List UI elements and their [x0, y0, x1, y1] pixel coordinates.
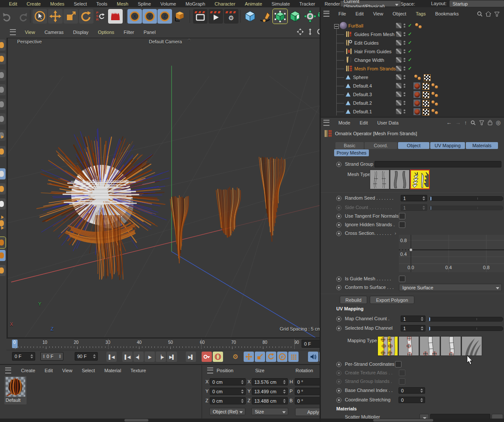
tree-row-sphere[interactable]: Sphere: [321, 73, 504, 82]
viewport-canvas[interactable]: [7, 38, 333, 338]
viewport-hamburger-icon[interactable]: [10, 29, 16, 35]
end-frame-field[interactable]: 90 F: [75, 352, 98, 361]
tab-basic[interactable]: Basic: [335, 142, 364, 149]
tag-dot-icon[interactable]: [432, 109, 435, 112]
am-target-icon[interactable]: ◎: [496, 119, 501, 126]
render-settings-button[interactable]: ⚙: [224, 9, 238, 24]
tree-label[interactable]: Mesh From Strands: [354, 66, 396, 71]
tab-proxy-meshes[interactable]: Proxy Meshes: [334, 149, 369, 156]
am-lock-icon[interactable]: [488, 120, 492, 125]
key-rotation-button[interactable]: [266, 352, 276, 362]
menu-simulate[interactable]: Simulate: [267, 1, 295, 6]
menu-animate[interactable]: Animate: [240, 1, 267, 6]
play-button[interactable]: ▶: [145, 352, 155, 362]
live-selection-tool[interactable]: [33, 9, 47, 24]
enabled-check-icon[interactable]: ✓: [408, 57, 412, 63]
goto-prev-key-button[interactable]: ▌◀: [122, 352, 133, 362]
sel-channel-slider[interactable]: [428, 326, 503, 331]
tree-label[interactable]: Guides From Mesh: [354, 32, 395, 37]
enabled-check-icon[interactable]: ✓: [408, 40, 412, 46]
keyframe-selection-button[interactable]: ⚙: [230, 352, 241, 362]
om-home-icon[interactable]: [486, 11, 491, 17]
size-y-field[interactable]: 13.499 cm: [252, 388, 288, 395]
tree-row-default3[interactable]: Default.3: [321, 90, 504, 99]
autokey-button[interactable]: [213, 352, 223, 362]
render-view-button[interactable]: [193, 9, 208, 24]
node-space-dropdown[interactable]: Current (Standard/Physical): [340, 0, 401, 7]
boole-generator-button[interactable]: [288, 9, 302, 24]
use-tangent-checkbox[interactable]: [399, 213, 405, 219]
om-menu-object[interactable]: Object: [388, 11, 411, 16]
psr-reset-tool[interactable]: PSR: [94, 9, 107, 24]
tag-dot-icon[interactable]: [414, 75, 417, 78]
vp-menu-display[interactable]: Display: [68, 30, 93, 35]
key-pla-button[interactable]: [288, 352, 299, 362]
tab-uv-mapping[interactable]: UV Mapping: [430, 142, 465, 149]
tree-label[interactable]: Sphere: [353, 75, 368, 80]
conform-dropdown[interactable]: Ignore Surface: [399, 284, 502, 291]
visibility-editor-toggle[interactable]: [396, 23, 401, 28]
per-strand-radio-icon[interactable]: [336, 362, 341, 367]
rebuild-button[interactable]: Rebuild: [340, 296, 367, 304]
preview-range-field[interactable]: ‖0 F‖: [40, 352, 63, 361]
enabled-check-icon[interactable]: ✓: [408, 66, 412, 71]
viewport-pan-icon[interactable]: [297, 28, 304, 35]
am-menu-mode[interactable]: Mode: [334, 120, 355, 125]
om-hamburger-icon[interactable]: [323, 11, 329, 17]
size-z-field[interactable]: 13.488 cm: [252, 397, 288, 404]
mm-menu-material[interactable]: Material: [100, 368, 126, 373]
tree-label[interactable]: Edit Guides: [354, 40, 379, 46]
coord-stretch-field[interactable]: 0: [398, 397, 425, 403]
rotate-tool[interactable]: [79, 9, 94, 24]
om-menu-edit[interactable]: Edit: [351, 11, 368, 16]
am-forward-icon[interactable]: →: [455, 119, 461, 126]
tag-dot-icon[interactable]: [435, 94, 438, 97]
panel-splitter[interactable]: [320, 7, 321, 422]
mm-menu-texture[interactable]: Texture: [126, 368, 151, 373]
pos-z-field[interactable]: 0 cm: [210, 397, 246, 404]
per-strand-checkbox[interactable]: [395, 361, 401, 367]
menu-create[interactable]: Create: [22, 1, 45, 6]
menu-edit[interactable]: Edit: [4, 1, 22, 6]
key-position-button[interactable]: [244, 352, 254, 362]
base-channel-radio-icon[interactable]: [336, 388, 341, 393]
om-search-icon[interactable]: [477, 11, 483, 17]
strand-group-radio-icon[interactable]: [336, 162, 341, 167]
om-menu-view[interactable]: View: [368, 11, 388, 16]
add-cube-primitive-button[interactable]: [243, 9, 257, 24]
tree-row-guides-from-mesh[interactable]: Guides From Mesh ✓: [321, 30, 504, 39]
pos-y-field[interactable]: 0 cm: [210, 388, 246, 395]
pen-spline-tool[interactable]: [258, 9, 272, 24]
mapping-type-thumb-3[interactable]: [419, 336, 440, 356]
tab-object[interactable]: Object: [398, 142, 429, 149]
map-count-radio-icon[interactable]: [336, 316, 341, 322]
am-up-icon[interactable]: ↑: [464, 119, 467, 126]
cross-section-radio-icon[interactable]: [336, 231, 341, 236]
tag-dot-icon[interactable]: [435, 103, 438, 106]
menu-mesh[interactable]: Mesh: [112, 1, 133, 6]
material-tag-icon[interactable]: [413, 91, 420, 98]
vp-menu-panel[interactable]: Panel: [139, 30, 160, 35]
mm-menu-view[interactable]: View: [57, 368, 77, 373]
menu-mograph[interactable]: MoGraph: [181, 1, 210, 6]
pos-x-field[interactable]: 0 cm: [210, 378, 246, 386]
tab-coord[interactable]: Coord.: [365, 142, 397, 149]
am-filter-icon[interactable]: [479, 120, 484, 125]
tag-dot-icon[interactable]: [432, 83, 435, 86]
random-seed-slider[interactable]: [429, 196, 503, 201]
use-tangent-radio-icon[interactable]: [336, 214, 341, 219]
redo-button[interactable]: [15, 9, 30, 24]
uvw-tag-icon[interactable]: [423, 91, 429, 98]
tag-dot-icon[interactable]: [432, 92, 435, 95]
menu-volume[interactable]: Volume: [156, 1, 181, 6]
undo-button[interactable]: [0, 9, 15, 24]
subdivision-surface-button[interactable]: [273, 9, 287, 24]
mm-menu-create[interactable]: Create: [16, 368, 40, 373]
vp-menu-view[interactable]: View: [20, 30, 40, 35]
map-count-field[interactable]: 1: [401, 316, 426, 322]
viewport-zoom-icon[interactable]: [307, 28, 314, 35]
tree-label[interactable]: Change Width: [354, 58, 384, 63]
uvw-tag-icon[interactable]: [423, 100, 429, 107]
coordinate-system-button[interactable]: [172, 9, 187, 24]
vp-menu-filter[interactable]: Filter: [119, 30, 139, 35]
